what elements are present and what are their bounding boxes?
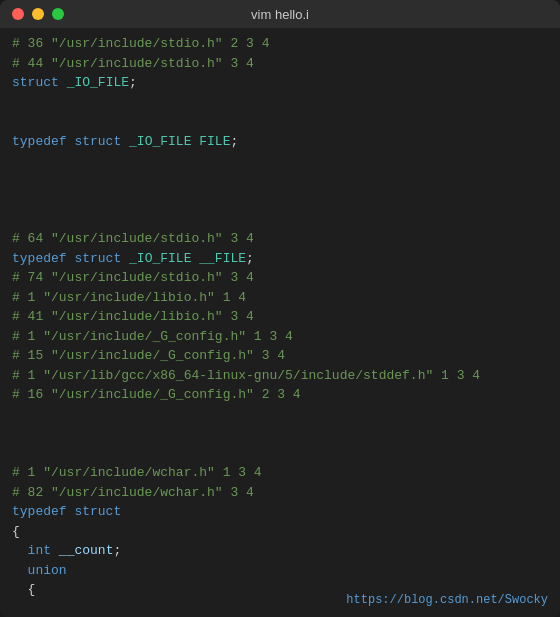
- code-line: typedef struct _IO_FILE __FILE;: [12, 249, 548, 269]
- code-line: typedef struct: [12, 502, 548, 522]
- code-line: [12, 151, 548, 171]
- window-title: vim hello.i: [251, 7, 309, 22]
- code-line: # 1 "/usr/include/wchar.h" 1 3 4: [12, 463, 548, 483]
- code-line: struct _IO_FILE;: [12, 73, 548, 93]
- maximize-button[interactable]: [52, 8, 64, 20]
- code-line: union: [12, 561, 548, 581]
- code-line: [12, 93, 548, 113]
- titlebar: vim hello.i: [0, 0, 560, 28]
- editor-content[interactable]: # 36 "/usr/include/stdio.h" 2 3 4 # 44 "…: [0, 28, 560, 617]
- code-line: # 1 "/usr/include/_G_config.h" 1 3 4: [12, 327, 548, 347]
- code-line: [12, 171, 548, 191]
- code-line: [12, 424, 548, 444]
- code-line: typedef struct _IO_FILE FILE;: [12, 132, 548, 152]
- minimize-button[interactable]: [32, 8, 44, 20]
- code-line: [12, 405, 548, 425]
- code-line: # 82 "/usr/include/wchar.h" 3 4: [12, 483, 548, 503]
- code-line: # 74 "/usr/include/stdio.h" 3 4: [12, 268, 548, 288]
- code-line: # 16 "/usr/include/_G_config.h" 2 3 4: [12, 385, 548, 405]
- url-watermark: https://blog.csdn.net/Swocky: [346, 591, 548, 609]
- code-line: # 64 "/usr/include/stdio.h" 3 4: [12, 229, 548, 249]
- code-line: # 44 "/usr/include/stdio.h" 3 4: [12, 54, 548, 74]
- code-line: # 36 "/usr/include/stdio.h" 2 3 4: [12, 34, 548, 54]
- code-line: # 41 "/usr/include/libio.h" 3 4: [12, 307, 548, 327]
- traffic-lights: [12, 8, 64, 20]
- code-line: [12, 190, 548, 210]
- code-line: # 15 "/usr/include/_G_config.h" 3 4: [12, 346, 548, 366]
- code-line: # 1 "/usr/include/libio.h" 1 4: [12, 288, 548, 308]
- close-button[interactable]: [12, 8, 24, 20]
- vim-window: vim hello.i # 36 "/usr/include/stdio.h" …: [0, 0, 560, 617]
- code-line: {: [12, 522, 548, 542]
- code-line: [12, 210, 548, 230]
- code-line: [12, 444, 548, 464]
- code-line: int __count;: [12, 541, 548, 561]
- code-line: [12, 112, 548, 132]
- code-line: # 1 "/usr/lib/gcc/x86_64-linux-gnu/5/inc…: [12, 366, 548, 386]
